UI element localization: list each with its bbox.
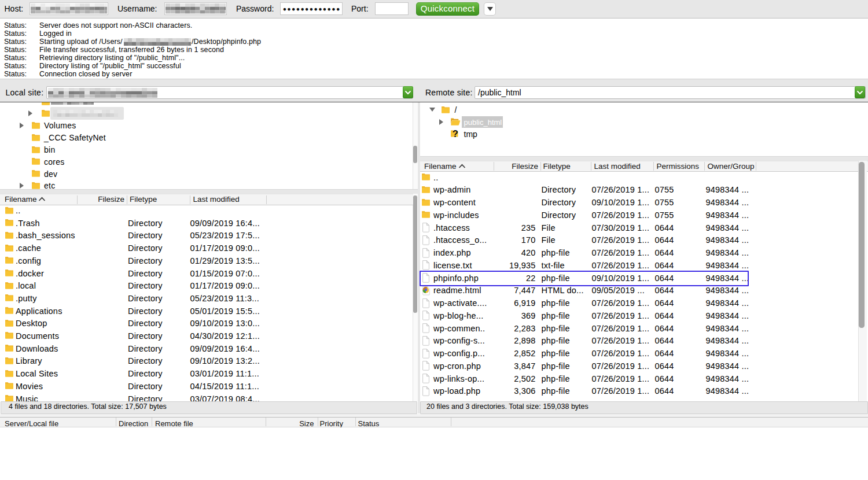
svg-text:?: ? bbox=[453, 129, 458, 138]
